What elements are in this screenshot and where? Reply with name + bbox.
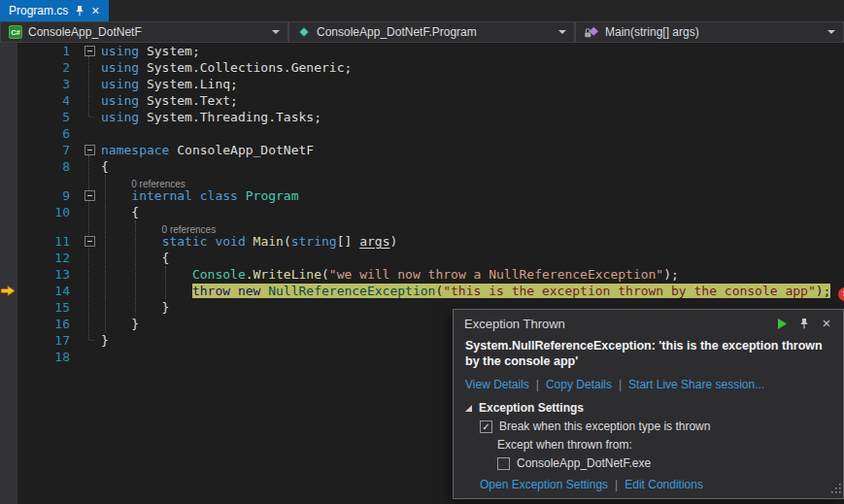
code-text[interactable]: using System; bbox=[101, 43, 844, 59]
code-text[interactable]: internal class Program bbox=[101, 187, 844, 204]
chevron-down-icon bbox=[827, 30, 835, 34]
fold-toggle-icon[interactable] bbox=[84, 190, 95, 201]
edit-conditions-link[interactable]: Edit Conditions bbox=[625, 478, 703, 491]
code-text[interactable]: throw new NullReferenceException("this i… bbox=[101, 283, 844, 299]
exception-settings-section[interactable]: Exception Settings bbox=[454, 391, 843, 415]
popup-footer-links: Open Exception Settings|Edit Conditions bbox=[454, 470, 843, 491]
line-number: 9 bbox=[17, 187, 78, 204]
outlining-margin-cell bbox=[78, 250, 101, 266]
breakpoint-margin-cell[interactable] bbox=[0, 142, 17, 158]
copy-details-link[interactable]: Copy Details bbox=[546, 378, 612, 391]
code-text[interactable]: { bbox=[101, 250, 844, 266]
code-line: 11 static void Main(string[] args) bbox=[0, 233, 844, 250]
breakpoint-margin-cell[interactable] bbox=[0, 250, 17, 266]
execution-pointer-icon bbox=[1, 286, 16, 296]
breakpoint-margin-cell[interactable] bbox=[0, 283, 17, 299]
code-line: 14 throw new NullReferenceException("thi… bbox=[0, 283, 844, 299]
code-text[interactable]: { bbox=[101, 204, 844, 220]
code-line: 8{ bbox=[0, 158, 844, 175]
svg-text:C#: C# bbox=[11, 28, 20, 37]
breakpoint-margin-cell[interactable] bbox=[0, 59, 17, 76]
pin-icon[interactable] bbox=[795, 316, 813, 331]
outlining-margin-cell bbox=[78, 204, 101, 220]
breakpoint-margin-cell[interactable] bbox=[0, 109, 17, 125]
line-number: 14 bbox=[17, 283, 78, 299]
continue-execution-icon[interactable] bbox=[773, 316, 791, 331]
breakpoint-margin-cell[interactable] bbox=[0, 332, 17, 349]
current-statement-highlight: throw new NullReferenceException("this i… bbox=[192, 284, 830, 298]
code-text[interactable]: Console.WriteLine("we will now throw a N… bbox=[101, 266, 844, 283]
line-number: 11 bbox=[17, 233, 78, 250]
tab-title: Program.cs bbox=[9, 4, 68, 17]
code-text[interactable]: 0 references bbox=[101, 220, 844, 233]
outlining-margin-cell bbox=[78, 125, 101, 142]
breakpoint-margin-cell[interactable] bbox=[0, 125, 17, 142]
breakpoint-margin-cell[interactable] bbox=[0, 220, 17, 233]
outlining-margin-cell bbox=[78, 175, 101, 187]
project-dropdown[interactable]: C# ConsoleApp_DotNetF bbox=[0, 21, 288, 43]
code-text[interactable]: using System.Text; bbox=[101, 92, 844, 109]
break-on-exception-row: ✓ Break when this exception type is thro… bbox=[454, 415, 843, 433]
code-text[interactable]: { bbox=[101, 158, 844, 175]
line-number: 13 bbox=[17, 266, 78, 283]
outlining-margin-cell bbox=[78, 316, 101, 332]
break-checkbox-label: Break when this exception type is thrown bbox=[499, 420, 710, 433]
breakpoint-margin-cell[interactable] bbox=[0, 158, 17, 175]
close-icon[interactable]: × bbox=[91, 4, 99, 17]
breakpoint-margin-cell[interactable] bbox=[0, 316, 17, 332]
codelens-row: 0 references bbox=[0, 220, 844, 233]
outlining-margin-cell bbox=[78, 266, 101, 283]
breakpoint-margin-cell[interactable] bbox=[0, 92, 17, 109]
pin-icon[interactable] bbox=[75, 5, 84, 17]
code-text[interactable]: 0 references bbox=[101, 175, 844, 187]
private-method-icon bbox=[584, 25, 599, 39]
breakpoint-margin-cell[interactable] bbox=[0, 266, 17, 283]
expander-expanded-icon[interactable] bbox=[465, 405, 472, 412]
line-number: 2 bbox=[17, 59, 78, 76]
breakpoint-margin-cell[interactable] bbox=[0, 349, 17, 365]
line-number bbox=[17, 175, 78, 187]
code-text[interactable] bbox=[101, 125, 844, 142]
line-number: 15 bbox=[17, 299, 78, 316]
breakpoint-margin-cell[interactable] bbox=[0, 175, 17, 187]
close-icon[interactable]: × bbox=[818, 316, 835, 331]
member-dropdown-label: Main(string[] args) bbox=[605, 25, 699, 39]
view-details-link[interactable]: View Details bbox=[465, 378, 529, 391]
tab-bar: Program.cs × bbox=[0, 0, 844, 21]
outlining-margin-cell bbox=[78, 233, 101, 250]
code-text[interactable]: using System.Linq; bbox=[101, 76, 844, 92]
code-line: 6 bbox=[0, 125, 844, 142]
exception-message: System.NullReferenceException: 'this is … bbox=[454, 333, 843, 369]
fold-toggle-icon[interactable] bbox=[84, 46, 95, 56]
fold-toggle-icon[interactable] bbox=[84, 236, 95, 247]
code-text[interactable]: namespace ConsoleApp_DotNetF bbox=[101, 142, 844, 158]
popup-header: Exception Thrown × bbox=[454, 310, 843, 333]
code-text[interactable]: using System.Collections.Generic; bbox=[101, 59, 844, 76]
breakpoint-margin-cell[interactable] bbox=[0, 299, 17, 316]
live-share-link[interactable]: Start Live Share session... bbox=[628, 378, 764, 391]
code-text[interactable]: using System.Threading.Tasks; bbox=[101, 109, 844, 125]
break-checkbox[interactable]: ✓ bbox=[480, 420, 492, 433]
fold-toggle-icon[interactable] bbox=[84, 145, 95, 155]
line-number bbox=[17, 220, 78, 233]
open-exception-settings-link[interactable]: Open Exception Settings bbox=[480, 478, 608, 491]
code-line: 4using System.Text; bbox=[0, 92, 844, 109]
breakpoint-margin-cell[interactable] bbox=[0, 76, 17, 92]
code-editor[interactable]: 1using System;2using System.Collections.… bbox=[0, 43, 844, 504]
code-line: 1using System; bbox=[0, 43, 844, 59]
type-dropdown[interactable]: ConsoleApp_DotNetF.Program bbox=[288, 21, 575, 43]
module-checkbox[interactable] bbox=[497, 457, 510, 470]
outlining-margin-cell bbox=[78, 142, 101, 158]
resize-grip-icon[interactable] bbox=[830, 483, 841, 496]
code-text[interactable]: static void Main(string[] args) bbox=[101, 233, 844, 250]
breakpoint-margin-cell[interactable] bbox=[0, 233, 17, 250]
outlining-margin-cell bbox=[78, 109, 101, 125]
type-dropdown-label: ConsoleApp_DotNetF.Program bbox=[317, 25, 477, 39]
breakpoint-margin-cell[interactable] bbox=[0, 204, 17, 220]
breakpoint-margin-cell[interactable] bbox=[0, 43, 17, 59]
line-number: 8 bbox=[17, 158, 78, 175]
member-dropdown[interactable]: Main(string[] args) bbox=[575, 21, 844, 43]
breakpoint-margin-cell[interactable] bbox=[0, 187, 17, 204]
tab-program-cs[interactable]: Program.cs × bbox=[0, 0, 109, 21]
line-number: 7 bbox=[17, 142, 78, 158]
